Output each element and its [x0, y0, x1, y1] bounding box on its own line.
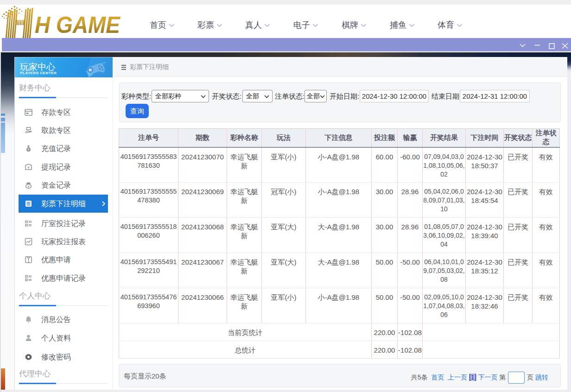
svg-text:¥: ¥ [27, 165, 30, 170]
svg-text:¥: ¥ [28, 148, 30, 151]
svg-text:H GAME: H GAME [35, 12, 121, 38]
svg-text:¥: ¥ [28, 185, 30, 188]
